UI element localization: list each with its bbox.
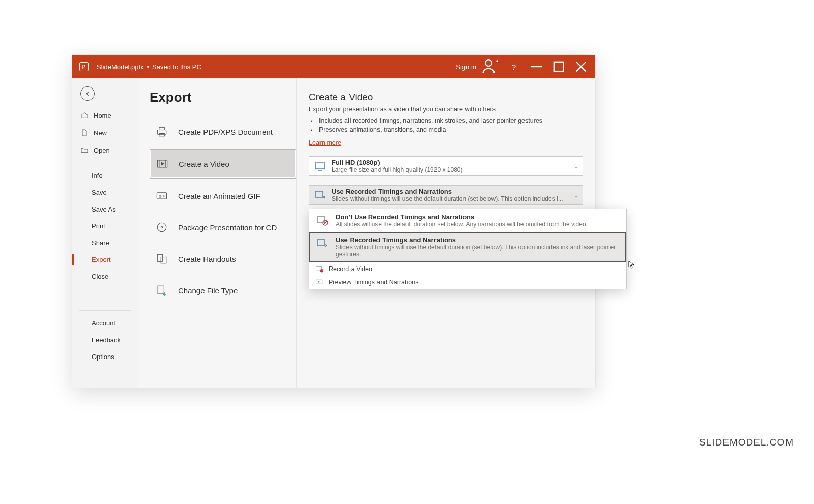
- quality-title: Full HD (1080p): [332, 159, 463, 166]
- home-icon: [80, 111, 89, 120]
- change-filetype-icon: [155, 283, 169, 298]
- chevron-down-icon: ⌄: [574, 163, 578, 169]
- svg-rect-23: [317, 217, 325, 223]
- cd-icon: [155, 220, 169, 234]
- film-icon: [155, 157, 169, 171]
- chevron-down-icon: ⌄: [574, 192, 578, 198]
- learn-more-link[interactable]: Learn more: [309, 139, 341, 146]
- sidebar-item-account[interactable]: Account: [72, 315, 138, 332]
- export-option-gif[interactable]: GIF Create an Animated GIF: [150, 182, 296, 210]
- monitor-icon: [313, 160, 327, 173]
- sidebar-item-saveas[interactable]: Save As: [72, 201, 138, 218]
- timings-dropdown-menu: Don't Use Recorded Timings and Narration…: [309, 209, 627, 289]
- sidebar-item-export[interactable]: Export: [72, 251, 138, 268]
- sidebar-item-close[interactable]: Close: [72, 268, 138, 285]
- export-option-handouts[interactable]: Create Handouts: [150, 245, 296, 273]
- account-manager-icon[interactable]: [480, 55, 503, 78]
- mouse-cursor-icon: [628, 260, 636, 269]
- svg-rect-20: [315, 163, 325, 169]
- film-no-icon: [315, 214, 329, 227]
- detail-subtitle: Export your presentation as a video that…: [309, 106, 583, 113]
- export-option-filetype[interactable]: Change File Type: [150, 276, 296, 305]
- dropdown-action-preview[interactable]: Preview Timings and Narrations: [309, 276, 626, 289]
- quality-subtitle: Large file size and full high quality (1…: [332, 166, 463, 173]
- svg-rect-16: [157, 254, 163, 261]
- svg-point-28: [320, 269, 323, 272]
- svg-rect-26: [317, 240, 325, 246]
- detail-bullets: Includes all recorded timings, narration…: [309, 116, 583, 134]
- record-icon: [315, 265, 324, 273]
- sidebar-label-open: Open: [94, 146, 110, 154]
- preview-icon: [315, 278, 324, 286]
- timings-title: Use Recorded Timings and Narrations: [332, 188, 563, 195]
- document-title: SlideModel.pptx: [97, 63, 144, 71]
- detail-heading: Create a Video: [309, 92, 583, 103]
- sidebar-label-home: Home: [94, 112, 111, 120]
- svg-point-1: [496, 60, 498, 62]
- sidebar-item-home[interactable]: Home: [72, 107, 138, 124]
- svg-rect-17: [161, 257, 166, 263]
- save-status: Saved to this PC: [152, 63, 201, 71]
- svg-point-0: [485, 60, 492, 66]
- minimize-button[interactable]: [525, 55, 547, 78]
- svg-rect-3: [554, 62, 563, 71]
- svg-point-14: [157, 223, 166, 232]
- detail-bullet-1: Includes all recorded timings, narration…: [319, 116, 583, 125]
- timings-subtitle: Slides without timings will use the defa…: [332, 195, 563, 202]
- svg-rect-22: [315, 191, 323, 197]
- back-button[interactable]: [80, 86, 95, 101]
- new-file-icon: [80, 129, 89, 137]
- sidebar-item-open[interactable]: Open: [72, 141, 138, 159]
- dropdown-option-dont-use[interactable]: Don't Use Recorded Timings and Narration…: [309, 209, 626, 232]
- watermark-text: SLIDEMODEL.COM: [699, 437, 794, 448]
- backstage-sidebar: Home New Open Info Save Save As Print Sh…: [72, 78, 138, 388]
- sidebar-divider-2: [79, 310, 131, 311]
- export-type-column: Export Create PDF/XPS Document Create a …: [138, 78, 296, 388]
- sidebar-item-share[interactable]: Share: [72, 234, 138, 251]
- export-option-pdf[interactable]: Create PDF/XPS Document: [150, 117, 296, 146]
- gif-icon: GIF: [155, 189, 169, 203]
- open-folder-icon: [80, 146, 89, 154]
- sidebar-item-info[interactable]: Info: [72, 167, 138, 184]
- printer-icon: [155, 125, 169, 139]
- dropdown-action-record[interactable]: Record a Video: [309, 262, 626, 276]
- title-separator: •: [147, 63, 150, 71]
- dropdown-option-use[interactable]: Use Recorded Timings and Narrations Slid…: [309, 232, 626, 262]
- sidebar-item-options[interactable]: Options: [72, 348, 138, 365]
- handouts-icon: [155, 252, 169, 266]
- film-audio-icon: [315, 237, 329, 250]
- timings-dropdown[interactable]: Use Recorded Timings and Narrations Slid…: [309, 185, 583, 205]
- title-bar: P SlideModel.pptx • Saved to this PC Sig…: [72, 55, 595, 78]
- sidebar-item-new[interactable]: New: [72, 124, 138, 141]
- sidebar-label-new: New: [94, 129, 107, 137]
- svg-rect-7: [159, 127, 165, 130]
- svg-text:GIF: GIF: [159, 195, 165, 198]
- sign-in-link[interactable]: Sign in: [456, 63, 476, 71]
- help-button[interactable]: ?: [503, 55, 525, 78]
- detail-bullet-2: Preserves animations, transitions, and m…: [319, 125, 583, 134]
- sidebar-item-feedback[interactable]: Feedback: [72, 332, 138, 348]
- close-window-button[interactable]: [570, 55, 592, 78]
- svg-rect-18: [158, 286, 164, 294]
- export-heading: Export: [150, 90, 296, 105]
- maximize-button[interactable]: [547, 55, 570, 78]
- export-option-video[interactable]: Create a Video: [150, 149, 296, 179]
- export-detail-column: Create a Video Export your presentation …: [296, 78, 595, 388]
- sidebar-divider: [79, 163, 131, 163]
- sidebar-item-save[interactable]: Save: [72, 184, 138, 201]
- svg-rect-8: [159, 134, 165, 136]
- film-audio-icon: [313, 189, 327, 202]
- sidebar-item-print[interactable]: Print: [72, 218, 138, 234]
- powerpoint-app-icon: P: [79, 62, 89, 71]
- export-option-cd[interactable]: Package Presentation for CD: [150, 213, 296, 242]
- video-quality-dropdown[interactable]: Full HD (1080p) Large file size and full…: [309, 156, 583, 176]
- svg-point-15: [161, 226, 163, 228]
- powerpoint-backstage-window: P SlideModel.pptx • Saved to this PC Sig…: [72, 55, 595, 388]
